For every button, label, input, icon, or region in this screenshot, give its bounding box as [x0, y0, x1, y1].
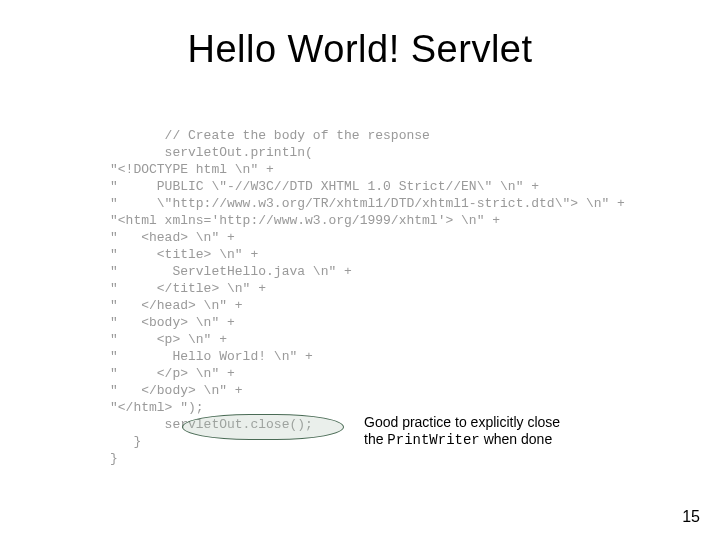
code-line: " </head> \n" +	[110, 298, 243, 313]
code-line: " <title> \n" +	[110, 247, 258, 262]
callout-line2-post: when done	[480, 431, 552, 447]
page-number: 15	[682, 508, 700, 526]
callout-line2-pre: the	[364, 431, 387, 447]
slide-title: Hello World! Servlet	[0, 28, 720, 71]
code-line: "</html> ");	[110, 400, 204, 415]
code-line: "<html xmlns='http://www.w3.org/1999/xht…	[110, 213, 500, 228]
code-line: // Create the body of the response	[110, 128, 430, 143]
code-line: " </body> \n" +	[110, 383, 243, 398]
code-line: " Hello World! \n" +	[110, 349, 313, 364]
code-line: "<!DOCTYPE html \n" +	[110, 162, 274, 177]
code-line: " \"http://www.w3.org/TR/xhtml1/DTD/xhtm…	[110, 196, 625, 211]
callout-line1: Good practice to explicitly close	[364, 414, 560, 430]
code-line: " </title> \n" +	[110, 281, 266, 296]
slide: Hello World! Servlet // Create the body …	[0, 0, 720, 540]
callout-mono: PrintWriter	[387, 432, 479, 448]
code-line: " <p> \n" +	[110, 332, 227, 347]
callout-text: Good practice to explicitly close the Pr…	[364, 414, 624, 449]
code-line: " PUBLIC \"-//W3C//DTD XHTML 1.0 Strict/…	[110, 179, 539, 194]
code-line: " ServletHello.java \n" +	[110, 264, 352, 279]
code-line: " </p> \n" +	[110, 366, 235, 381]
code-line: " <body> \n" +	[110, 315, 235, 330]
callout-oval	[182, 414, 344, 440]
code-line: " <head> \n" +	[110, 230, 235, 245]
code-line: }	[110, 451, 118, 466]
code-line: }	[110, 434, 141, 449]
code-line: servletOut.println(	[110, 145, 313, 160]
